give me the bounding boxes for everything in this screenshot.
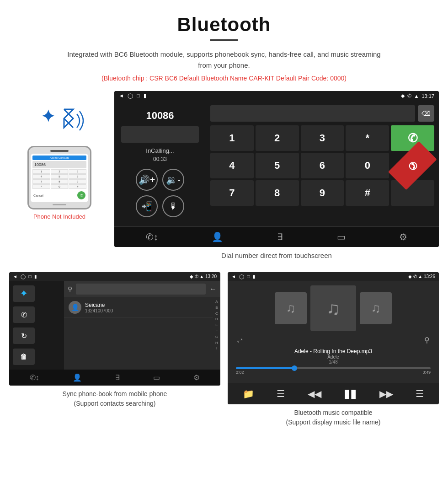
numpad-key-1[interactable]: 1 [210,125,254,151]
phone-key-3[interactable]: 3 [69,169,86,174]
music-art-small-left: ♫ [275,292,307,324]
phone-key-5[interactable]: 5 [51,174,69,179]
dial-content: 10086 InCalling... 00:33 🔊+ 🔉- 📲 🎙 [114,101,439,226]
page-header: Bluetooth Integrated with BC6 Bluetooth … [0,0,448,91]
transfer-button[interactable]: 📲 [136,195,158,217]
pb-statusbar-left: ◄ ◯ □ ▮ [13,274,37,279]
navbar-keypad-icon[interactable]: ∃ [277,231,283,242]
music-list-icon[interactable]: ☰ [277,388,285,399]
numpad-key-4[interactable]: 4 [210,153,254,178]
pb-delete-sidebar-icon[interactable]: 🗑 [13,349,35,365]
phone-call-button[interactable]: ✆ [77,191,85,199]
dial-display-row: ⌫ [210,105,434,122]
music-eq-icon[interactable]: ☰ [416,388,424,399]
volume-down-button[interactable]: 🔉- [162,169,184,191]
pb-contacts-area: 👤 Seicane 13241007000 A [64,297,220,354]
pb-alpha-g[interactable]: G [215,334,218,340]
numpad-key-8[interactable]: 8 [256,180,299,206]
pb-nav-keypad-icon[interactable]: ∃ [115,373,120,382]
phone-key-star[interactable]: * [32,184,50,189]
music-prev-button[interactable]: ◀◀ [308,388,321,399]
numpad-key-7[interactable]: 7 [210,180,254,206]
pb-alpha-b[interactable]: B [215,305,218,311]
pb-nav-call-icon[interactable]: ✆↕ [30,373,39,382]
time-display: 13:17 [421,93,434,99]
phone-number-display: 10086 [32,161,86,168]
page: Bluetooth Integrated with BC6 Bluetooth … [0,0,448,429]
pb-searchbar: ⚲ ← [64,281,220,297]
phone-key-8[interactable]: 8 [51,179,69,184]
phone-key-0[interactable]: 0 [51,184,69,189]
pb-time-display: 13:20 [205,274,217,279]
phonebook-screenshot: ◄ ◯ □ ▮ ◆ ✆ ▲ 13:20 [9,272,220,386]
pb-sync-sidebar-icon[interactable]: ↻ [13,327,35,344]
pb-search-input[interactable] [76,284,206,295]
page-title: Bluetooth [9,14,439,36]
music-next-button[interactable]: ▶▶ [379,388,393,399]
numpad-key-5[interactable]: 5 [256,153,299,178]
navbar-transfer-icon[interactable]: ▭ [337,231,346,242]
music-search-icon[interactable]: ⚲ [424,336,430,344]
music-home-icon: ◯ [239,274,244,279]
phone-key-7[interactable]: 7 [32,179,50,184]
music-caption: Bluetooth music compatible (Support disp… [284,404,383,429]
navbar-contacts-icon[interactable]: 👤 [212,231,223,242]
pb-alpha-e[interactable]: E [215,322,218,328]
dial-display-input [210,105,415,122]
pb-icon-row: ✦ ✆ ↻ 🗑 [13,285,60,365]
pb-contact-name: Seicane [85,302,208,308]
pb-signal-icon: ▲ [199,274,204,279]
pb-contact-item[interactable]: 👤 Seicane 13241007000 [64,297,213,318]
pb-alpha-d[interactable]: D [215,317,218,322]
music-screenshot: ◄ ◯ □ ▮ ◆ ✆ ▲ 13:26 [228,272,439,404]
pb-bluetooth-icon[interactable]: ✦ [13,285,35,302]
dial-backspace-button[interactable]: ⌫ [418,105,434,122]
pb-alpha-f[interactable]: F [216,328,218,334]
music-shuffle-icon[interactable]: ⇌ [237,336,243,344]
pb-back-icon: ◄ [13,274,17,279]
numpad-key-0[interactable]: 0 [346,153,389,178]
dial-right-panel: ⌫ 1 2 3 * ✆ 4 5 6 0 [206,101,439,226]
phone-key-4[interactable]: 4 [32,174,50,179]
numpad-key-6[interactable]: 6 [301,153,344,178]
bluetooth-icon-area: ✦ [32,105,87,141]
dial-screenshot: ◄ ◯ □ ▮ ◆ ✆ ▲ 13:17 [114,91,439,266]
dial-input-bar [121,126,199,143]
phone-key-6[interactable]: 6 [69,174,86,179]
music-progress-bar[interactable] [236,367,431,369]
phone-key-hash[interactable]: # [69,184,86,189]
pb-alpha-h[interactable]: H [215,340,218,346]
numpad-key-star[interactable]: * [346,125,389,151]
phone-screen: Add to Contacts 10086 1 2 3 4 5 6 7 8 9 [31,154,88,202]
pb-nav-contacts-icon[interactable]: 👤 [73,373,82,382]
music-signal-icon: ▲ [418,274,422,279]
volume-up-button[interactable]: 🔊+ [136,169,158,191]
music-pause-button[interactable]: ▮▮ [344,386,357,401]
numpad-key-hash[interactable]: # [346,180,389,206]
numpad-key-9[interactable]: 9 [301,180,344,206]
pb-alpha-a[interactable]: A [215,299,218,305]
navbar-settings-icon[interactable]: ⚙ [399,231,407,242]
numpad-key-3[interactable]: 3 [301,125,344,151]
recents-icon: □ [137,93,140,99]
phone-key-9[interactable]: 9 [69,179,86,184]
call-icon: ✆ [407,93,411,99]
pb-alpha-c[interactable]: C [215,311,218,317]
music-controls-top: ⇌ ⚲ [232,336,434,344]
music-folder-icon[interactable]: 📁 [243,388,254,399]
music-statusbar-right: ◆ ✆ ▲ 13:26 [408,274,435,279]
mic-button[interactable]: 🎙 [162,195,184,217]
pb-call-sidebar-icon[interactable]: ✆ [13,306,35,323]
pb-contact-avatar: 👤 [69,301,81,314]
header-divider [210,39,238,41]
navbar-call-icon[interactable]: ✆↕ [146,231,158,242]
phone-key-2[interactable]: 2 [51,169,69,174]
phonebook-panel: ◄ ◯ □ ▮ ◆ ✆ ▲ 13:20 [9,272,220,429]
pb-alpha-i[interactable]: I [216,346,217,352]
numpad-key-2[interactable]: 2 [256,125,299,151]
music-art-small-right: ♫ [360,292,392,324]
pb-nav-transfer-icon[interactable]: ▭ [153,373,160,382]
pb-nav-settings-icon[interactable]: ⚙ [193,373,200,382]
pb-contacts-list: 👤 Seicane 13241007000 [64,297,213,354]
phone-key-1[interactable]: 1 [32,169,50,174]
